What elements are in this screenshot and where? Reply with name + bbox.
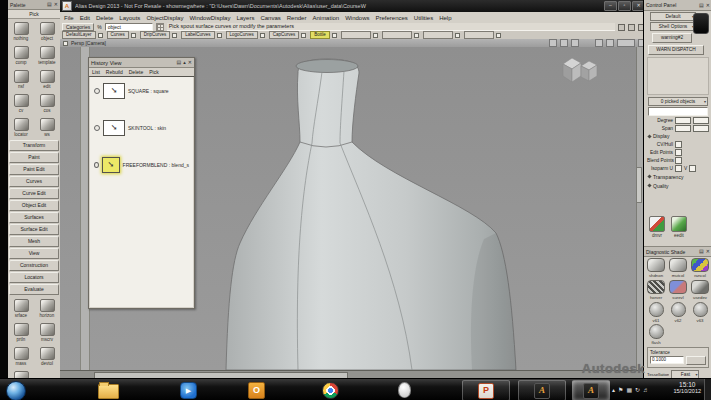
tolerance-input[interactable]: 0.1000 [650,356,684,364]
history-item-square[interactable]: ➘ SQUARE : square [94,83,189,99]
span-u-field[interactable] [675,125,691,132]
transparency-label[interactable]: Transparency [653,174,683,180]
display-checkbox[interactable] [675,157,682,164]
view-cube-icon[interactable] [561,56,601,88]
diagnostic-shade-tool[interactable]: mutcol [667,257,689,279]
menu-item[interactable]: Canvas [260,15,280,21]
palette-dock-icon[interactable]: ▤ [47,2,52,7]
warning-button[interactable]: warning#2 [652,33,692,43]
dmvr-tool[interactable]: dmvr [649,216,665,246]
pick-tool[interactable]: template [34,43,60,67]
pick-tool[interactable]: ws [34,115,60,139]
control-panel-close-icon[interactable]: ✕ [706,3,710,8]
layer-checkbox[interactable] [332,33,337,38]
diagnostic-shade-titlebar[interactable]: Diagnostic Shade ▤ ✕ [644,246,711,257]
history-radio[interactable] [94,88,100,94]
menu-item[interactable]: Help [439,15,451,21]
diagnostic-shade-dock-icon[interactable]: ▤ [699,249,704,254]
history-close-icon[interactable]: ✕ [188,60,192,65]
layer-checkbox[interactable] [172,33,177,38]
diagnostic-shade-tool[interactable]: shdnon [645,257,667,279]
degree-u-field[interactable] [675,117,691,124]
display-checkbox[interactable] [675,149,682,156]
menu-item[interactable]: ObjectDisplay [146,15,183,21]
viewport-zoom-icon[interactable] [571,39,579,47]
layer-chip-active[interactable]: Bottle [310,31,330,39]
blend-node-icon-selected[interactable]: ➘ [102,157,119,173]
pick-tool[interactable]: locator [8,115,34,139]
snap-toggle-icon-1[interactable] [618,24,625,31]
history-titlebar[interactable]: History View ▤ ▴ ✕ [89,58,194,68]
history-dock-icon[interactable]: ▤ [177,60,182,65]
maximize-button[interactable]: ▫ [618,1,631,11]
display-checkbox[interactable] [675,141,682,148]
menu-item[interactable]: Preferences [375,15,407,21]
menu-item[interactable]: Layouts [119,15,140,21]
menu-item[interactable]: Layers [236,15,254,21]
layer-checkbox[interactable] [455,33,460,38]
palette-tab[interactable]: Paint [9,152,59,163]
diagnostic-shade-tool[interactable]: v61 [645,301,667,323]
pick-tool[interactable]: object [34,19,60,43]
shell-options-dropdown[interactable]: Shell Options [650,22,696,31]
history-radio[interactable] [94,125,100,131]
history-item-freeformblend[interactable]: ➘ FREEFORMBLEND : blend_s [94,157,189,173]
palette-tab[interactable]: Evaluate [9,284,59,295]
layer-chip[interactable]: DefaultLayer [62,31,96,39]
palette-tab[interactable]: Curves [9,176,59,187]
menu-item[interactable]: WindowDisplay [189,15,230,21]
menu-item[interactable]: Delete [96,15,113,21]
diagnostic-shade-tool[interactable]: rancol [689,257,711,279]
viewport-layout-button[interactable] [617,39,635,47]
section-diamond-icon[interactable] [647,134,651,138]
picked-objects-dropdown[interactable]: 0 picked objects [648,97,708,106]
layer-slot-empty[interactable] [464,31,494,39]
diagnostic-shade-tool[interactable]: v62 [667,301,689,323]
palette-tab[interactable]: Surfaces [9,212,59,223]
palette-tab[interactable]: Surface Edit [9,224,59,235]
action-center-flag-icon[interactable]: ⚑ [618,387,623,393]
history-menu-item[interactable]: Delete [129,69,143,75]
snap-toggle-icon-2[interactable] [628,24,635,31]
palette-tab[interactable]: Construction [9,260,59,271]
viewport-shade-icon[interactable] [549,39,557,47]
palette-tab[interactable]: Transform [9,140,59,151]
layer-chip[interactable]: LabelCurves [181,31,214,39]
shaded-preview-thumbnail[interactable] [693,13,709,34]
preset-dropdown[interactable]: Default [650,12,696,21]
tessellation-dropdown[interactable]: Fast [671,370,699,378]
layer-chip[interactable]: DripCurves [140,31,171,39]
app-titlebar[interactable]: A Alias Design 2013 - Not For Resale - s… [60,0,647,12]
diagnostic-shade-tool[interactable]: horver [645,279,667,301]
pick-tool[interactable]: nsf [8,67,34,91]
control-panel-dock-icon[interactable]: ▤ [699,3,704,8]
explorer-icon[interactable] [98,384,119,399]
history-menu-item[interactable]: Pick [149,69,158,75]
layer-checkbox[interactable] [496,33,501,38]
mouse-tool-icon[interactable] [398,382,411,398]
transparency-diamond-icon[interactable] [647,174,651,178]
viewport-minimize-icon[interactable] [595,39,603,47]
show-hidden-icons-icon[interactable]: ▴ [612,387,615,393]
diagnostic-shade-tool[interactable]: usedev [689,279,711,301]
menu-item[interactable]: Animation [312,15,339,21]
quality-diamond-icon[interactable] [647,183,651,187]
skin-node-icon[interactable]: ➘ [103,120,125,136]
minimize-button[interactable]: – [604,1,617,11]
palette-tab[interactable]: Object Edit [9,200,59,211]
palette-section-pick[interactable]: Pick [8,10,60,19]
palette-tab[interactable]: Mesh [9,236,59,247]
menu-item[interactable]: Windows [345,15,369,21]
menu-item[interactable]: Render [287,15,307,21]
quality-label[interactable]: Quality [653,183,669,189]
evaluate-tool[interactable]: mass [8,344,34,368]
history-radio[interactable] [94,162,99,168]
control-panel-titlebar[interactable]: Control Panel ▤ ✕ [644,0,711,11]
evaluate-tool[interactable]: horizon [34,296,60,320]
square-node-icon[interactable]: ➘ [103,83,125,99]
control-panel-list-area[interactable] [647,57,709,95]
menu-item[interactable]: File [64,15,74,21]
history-collapse-icon[interactable]: ▴ [183,60,186,65]
outlook-icon[interactable]: O [248,382,265,399]
viewport-maximize-icon[interactable] [606,39,614,47]
